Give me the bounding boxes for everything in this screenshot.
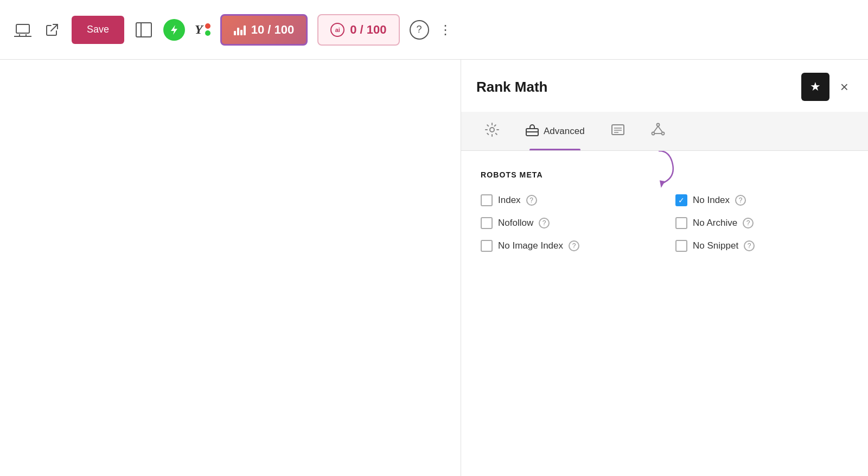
yoast-dot-green — [205, 30, 210, 36]
ai-score-value: 0 / 100 — [350, 23, 386, 37]
main-layout: Rank Math ★ × — [0, 60, 868, 476]
nofollow-row: Nofollow ? — [481, 217, 654, 229]
no-archive-label: No Archive — [693, 218, 737, 229]
svg-point-17 — [661, 132, 664, 135]
nofollow-label: Nofollow — [498, 218, 533, 229]
sidebar-toggle-icon[interactable] — [134, 20, 154, 40]
toolbar: Save Y 10 / 100 ai 0 / 100 — [0, 0, 868, 60]
no-index-checkbox[interactable]: ✓ — [675, 194, 687, 206]
no-image-index-help[interactable]: ? — [569, 240, 579, 251]
svg-rect-5 — [136, 23, 151, 37]
svg-marker-7 — [171, 25, 177, 35]
no-archive-checkbox[interactable] — [675, 217, 687, 229]
content-area: ROBOTS META Index ? ✓ No Ind — [461, 151, 868, 476]
yoast-dot-red — [205, 23, 210, 29]
svg-rect-11 — [612, 125, 624, 135]
tab-advanced[interactable]: Advanced — [512, 112, 598, 150]
no-image-index-row: No Image Index ? — [481, 240, 654, 252]
schema-icon — [651, 123, 665, 139]
no-index-label: No Index — [693, 195, 730, 206]
no-image-index-checkbox[interactable] — [481, 240, 493, 252]
rank-math-header-actions: ★ × — [801, 73, 853, 101]
seo-score-button[interactable]: 10 / 100 — [220, 14, 308, 46]
no-image-index-label: No Image Index — [498, 240, 563, 251]
index-label: Index — [498, 195, 521, 206]
no-index-help[interactable]: ? — [735, 195, 746, 206]
svg-point-8 — [490, 128, 494, 132]
index-checkbox[interactable] — [481, 194, 493, 206]
robots-meta-grid: Index ? ✓ No Index ? Nof — [481, 194, 848, 252]
no-snippet-label: No Snippet — [693, 240, 738, 251]
help-button[interactable]: ? — [410, 20, 429, 40]
tabs-bar: Advanced — [461, 112, 868, 151]
more-options-button[interactable]: ⋮ — [439, 22, 452, 37]
toolbox-icon — [525, 123, 539, 139]
laptop-icon[interactable] — [13, 20, 33, 40]
ai-score-button[interactable]: ai 0 / 100 — [317, 14, 399, 46]
rank-math-title: Rank Math — [476, 79, 547, 96]
no-archive-help[interactable]: ? — [743, 218, 754, 229]
no-snippet-help[interactable]: ? — [744, 240, 755, 251]
star-button[interactable]: ★ — [801, 73, 829, 101]
tab-settings[interactable] — [472, 112, 512, 150]
editor-panel — [0, 60, 461, 476]
close-button[interactable]: × — [836, 77, 853, 98]
svg-line-18 — [654, 126, 658, 132]
no-snippet-row: No Snippet ? — [675, 240, 848, 252]
nofollow-checkbox[interactable] — [481, 217, 493, 229]
performance-icon[interactable] — [163, 19, 185, 41]
index-row: Index ? — [481, 194, 654, 206]
tab-advanced-label: Advanced — [544, 126, 585, 137]
rank-math-header: Rank Math ★ × — [461, 60, 868, 112]
no-index-row: ✓ No Index ? — [675, 194, 848, 206]
settings-icon — [485, 123, 499, 139]
robots-meta-title: ROBOTS META — [481, 170, 848, 179]
rank-math-panel: Rank Math ★ × — [461, 60, 868, 476]
index-help[interactable]: ? — [526, 195, 537, 206]
save-button[interactable]: Save — [72, 16, 124, 44]
svg-line-4 — [51, 24, 58, 31]
tab-schema[interactable] — [638, 112, 678, 150]
ai-icon: ai — [330, 23, 344, 37]
snippet-icon — [611, 123, 625, 139]
svg-marker-21 — [659, 180, 665, 188]
svg-line-19 — [658, 126, 662, 132]
svg-point-16 — [652, 132, 654, 135]
yoast-icon[interactable]: Y — [195, 22, 210, 37]
nofollow-help[interactable]: ? — [539, 218, 550, 229]
bar-chart-icon — [234, 24, 246, 35]
seo-score-value: 10 / 100 — [251, 23, 295, 37]
no-snippet-checkbox[interactable] — [675, 240, 687, 252]
tab-snippet[interactable] — [598, 112, 638, 150]
svg-point-15 — [656, 124, 659, 126]
svg-rect-0 — [16, 24, 29, 33]
no-archive-row: No Archive ? — [675, 217, 848, 229]
external-link-icon[interactable] — [42, 20, 62, 40]
